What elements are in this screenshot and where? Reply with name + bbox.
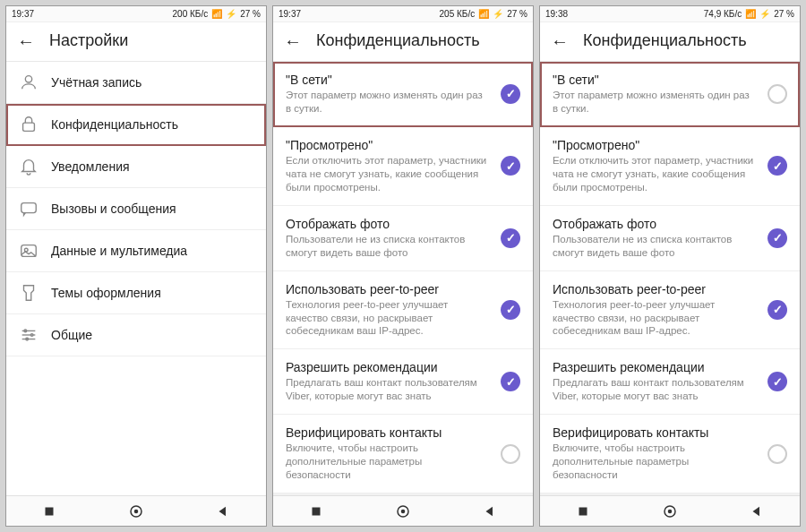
settings-item-account[interactable]: Учётная запись bbox=[6, 62, 266, 104]
toggle-seen[interactable] bbox=[501, 156, 520, 176]
settings-item-general[interactable]: Общие bbox=[6, 314, 266, 356]
status-batt: 27 % bbox=[240, 9, 261, 19]
svg-point-16 bbox=[401, 509, 406, 513]
privacy-item-verify[interactable]: Верифицировать контакты Включите, чтобы … bbox=[273, 415, 533, 493]
privacy-list: "В сети" Этот параметр можно изменять од… bbox=[273, 62, 533, 495]
privacy-item-verify[interactable]: Верифицировать контакты Включите, чтобы … bbox=[540, 415, 800, 493]
general-icon bbox=[19, 325, 39, 345]
back-icon[interactable]: ← bbox=[17, 32, 35, 50]
toggle-recommend[interactable] bbox=[767, 372, 787, 391]
svg-rect-17 bbox=[579, 507, 587, 515]
privacy-item-p2p[interactable]: Использовать peer-to-peer Технология pee… bbox=[273, 271, 533, 350]
nav-recent-icon[interactable] bbox=[40, 502, 58, 520]
toggle-verify[interactable] bbox=[767, 444, 787, 464]
toggle-online[interactable] bbox=[767, 84, 787, 104]
privacy-list: "В сети" Этот параметр можно изменять од… bbox=[540, 62, 800, 495]
nav-back-icon[interactable] bbox=[481, 502, 499, 520]
battery-icon: ⚡ bbox=[759, 9, 770, 19]
toggle-p2p[interactable] bbox=[501, 300, 520, 320]
privacy-item-recommend[interactable]: Разрешить рекомендации Предлагать ваш ко… bbox=[540, 349, 800, 415]
privacy-item-seen[interactable]: "Просмотрено" Если отключить этот параме… bbox=[540, 127, 800, 206]
privacy-item-seen[interactable]: "Просмотрено" Если отключить этот параме… bbox=[273, 127, 533, 206]
lock-icon bbox=[19, 115, 39, 134]
settings-item-calls[interactable]: Вызовы и сообщения bbox=[6, 188, 266, 230]
header: ← Настройки bbox=[6, 22, 266, 62]
toggle-verify[interactable] bbox=[501, 444, 520, 464]
privacy-item-photo[interactable]: Отображать фото Пользователи не из списк… bbox=[273, 206, 533, 271]
header: ← Конфиденциальность bbox=[273, 22, 533, 62]
privacy-item-recommend[interactable]: Разрешить рекомендации Предлагать ваш ко… bbox=[273, 349, 533, 415]
toggle-online[interactable] bbox=[501, 84, 520, 104]
header: ← Конфиденциальность bbox=[540, 22, 800, 62]
svg-rect-14 bbox=[313, 507, 321, 515]
nav-back-icon[interactable] bbox=[748, 502, 766, 520]
nav-home-icon[interactable] bbox=[127, 502, 145, 520]
svg-point-19 bbox=[668, 509, 673, 513]
status-bar: 19:37 205 КБ/с 📶 ⚡ 27 % bbox=[273, 6, 533, 22]
nav-back-icon[interactable] bbox=[214, 502, 232, 520]
phone-screen-3: 19:38 74,9 КБ/с 📶 ⚡ 27 % ← Конфиденциаль… bbox=[539, 5, 801, 527]
svg-point-13 bbox=[134, 509, 139, 513]
nav-bar bbox=[540, 495, 800, 526]
settings-item-notifications[interactable]: Уведомления bbox=[6, 146, 266, 188]
status-net: 205 КБ/с bbox=[440, 9, 476, 19]
toggle-p2p[interactable] bbox=[767, 300, 787, 320]
privacy-item-photo[interactable]: Отображать фото Пользователи не из списк… bbox=[540, 206, 800, 271]
theme-icon bbox=[19, 283, 39, 303]
media-icon bbox=[19, 241, 39, 261]
toggle-seen[interactable] bbox=[767, 156, 787, 176]
privacy-item-online[interactable]: "В сети" Этот параметр можно изменять од… bbox=[540, 62, 800, 127]
toggle-photo[interactable] bbox=[501, 228, 520, 248]
settings-item-themes[interactable]: Темы оформления bbox=[6, 272, 266, 314]
svg-rect-2 bbox=[21, 203, 37, 213]
status-batt: 27 % bbox=[507, 9, 527, 19]
nav-bar bbox=[6, 495, 266, 526]
back-icon[interactable]: ← bbox=[284, 32, 302, 50]
status-time: 19:37 bbox=[279, 9, 301, 19]
svg-rect-11 bbox=[46, 507, 54, 515]
settings-item-privacy[interactable]: Конфиденциальность bbox=[6, 104, 266, 146]
status-net: 74,9 КБ/с bbox=[704, 9, 742, 19]
signal-icon: 📶 bbox=[745, 9, 756, 19]
status-batt: 27 % bbox=[774, 9, 794, 19]
phone-screen-1: 19:37 200 КБ/с 📶 ⚡ 27 % ← Настройки Учёт… bbox=[5, 5, 267, 527]
battery-icon: ⚡ bbox=[493, 9, 503, 19]
nav-recent-icon[interactable] bbox=[574, 502, 592, 520]
chat-icon bbox=[19, 199, 39, 219]
battery-icon: ⚡ bbox=[226, 9, 236, 19]
signal-icon: 📶 bbox=[211, 9, 222, 19]
status-net: 200 КБ/с bbox=[173, 9, 209, 19]
nav-recent-icon[interactable] bbox=[307, 502, 325, 520]
privacy-item-online[interactable]: "В сети" Этот параметр можно изменять од… bbox=[273, 62, 533, 127]
svg-point-0 bbox=[25, 76, 31, 82]
toggle-photo[interactable] bbox=[767, 228, 787, 248]
nav-home-icon[interactable] bbox=[394, 502, 412, 520]
page-title: Настройки bbox=[49, 31, 128, 50]
settings-item-media[interactable]: Данные и мультимедиа bbox=[6, 230, 266, 272]
status-bar: 19:38 74,9 КБ/с 📶 ⚡ 27 % bbox=[540, 6, 800, 22]
phone-screen-2: 19:37 205 КБ/с 📶 ⚡ 27 % ← Конфиденциальн… bbox=[272, 5, 534, 527]
status-time: 19:38 bbox=[545, 9, 568, 19]
page-title: Конфиденциальность bbox=[316, 31, 480, 50]
signal-icon: 📶 bbox=[478, 9, 489, 19]
privacy-item-p2p[interactable]: Использовать peer-to-peer Технология pee… bbox=[540, 271, 800, 350]
status-time: 19:37 bbox=[12, 9, 34, 19]
svg-rect-1 bbox=[23, 123, 35, 131]
page-title: Конфиденциальность bbox=[583, 31, 747, 50]
nav-bar bbox=[273, 495, 533, 526]
status-bar: 19:37 200 КБ/с 📶 ⚡ 27 % bbox=[6, 6, 266, 22]
settings-list: Учётная запись Конфиденциальность Уведом… bbox=[6, 62, 266, 495]
bell-icon bbox=[19, 157, 39, 176]
back-icon[interactable]: ← bbox=[551, 32, 569, 50]
user-icon bbox=[19, 73, 39, 92]
toggle-recommend[interactable] bbox=[501, 372, 520, 391]
nav-home-icon[interactable] bbox=[661, 502, 679, 520]
